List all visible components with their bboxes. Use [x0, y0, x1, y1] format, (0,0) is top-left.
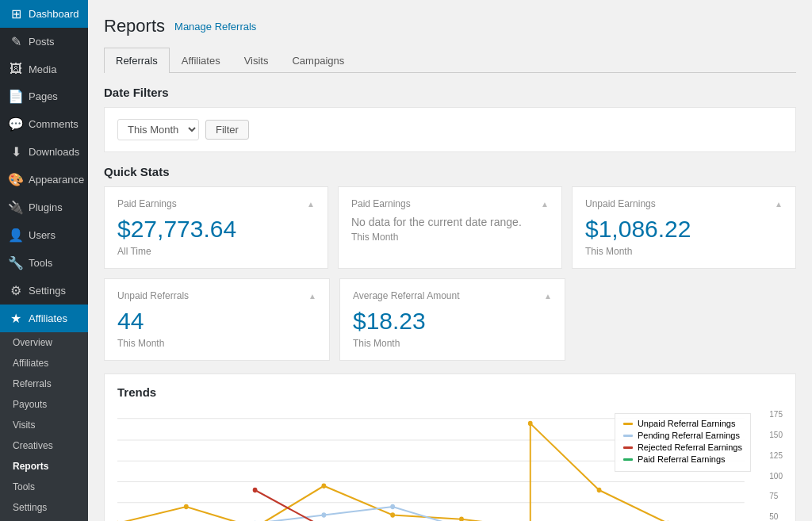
stat-sub: This Month	[353, 338, 552, 349]
plugins-icon: 🔌	[8, 200, 24, 215]
sidebar-item-referrals[interactable]: Referrals	[0, 374, 88, 394]
svg-point-28	[253, 488, 258, 492]
sidebar-item-payouts[interactable]: Payouts	[0, 394, 88, 415]
sidebar-item-settings[interactable]: ⚙ Settings	[0, 277, 88, 305]
date-range-select[interactable]: This Month Last Month This Year All Time…	[117, 119, 199, 140]
stat-card-header: Average Referral Amount ▲	[353, 290, 552, 301]
stat-label: Unpaid Earnings	[585, 198, 656, 209]
sort-arrow-icon: ▲	[541, 200, 549, 209]
y-axis: 175 150 125 100 75 50 25 0	[769, 407, 783, 521]
legend-item-paid: Paid Referral Earnings	[623, 454, 742, 464]
sidebar-item-visits[interactable]: Visits	[0, 415, 88, 435]
filter-button[interactable]: Filter	[205, 120, 249, 140]
page-header: Reports Manage Referrals	[104, 16, 796, 36]
stat-card-header: Unpaid Referrals ▲	[117, 290, 316, 301]
stat-sub: This Month	[351, 232, 549, 243]
y-label: 125	[769, 451, 783, 460]
sidebar-item-tools-sub[interactable]: Tools	[0, 477, 88, 497]
sidebar-label: Dashboard	[29, 8, 79, 20]
stat-sub: This Month	[585, 246, 783, 257]
date-filters-box: This Month Last Month This Year All Time…	[104, 107, 796, 152]
legend-label-rejected: Rejected Referral Earnings	[638, 442, 742, 452]
media-icon: 🖼	[8, 62, 24, 76]
y-label: 50	[769, 512, 783, 521]
page-title: Reports	[104, 16, 165, 36]
svg-point-15	[597, 488, 602, 492]
sidebar-item-pages[interactable]: 📄 Pages	[0, 82, 88, 110]
sidebar-item-creatives[interactable]: Creatives	[0, 435, 88, 456]
y-label: 75	[769, 492, 783, 500]
sidebar-item-affiliates[interactable]: ★ Affiliates	[0, 305, 88, 332]
sort-arrow-icon: ▲	[544, 292, 552, 301]
sidebar-item-tools[interactable]: 🔧 Tools	[0, 249, 88, 277]
sidebar-affiliates-section: ★ Affiliates Overview Affiliates Referra…	[0, 305, 88, 521]
sidebar-item-addons[interactable]: Add-ons	[0, 518, 88, 521]
legend-color-rejected	[623, 446, 633, 449]
tab-visits[interactable]: Visits	[232, 48, 281, 73]
stat-value: 44	[117, 308, 316, 335]
svg-point-22	[390, 504, 395, 509]
date-filters-title: Date Filters	[104, 86, 796, 99]
posts-icon: ✎	[8, 34, 24, 49]
sidebar-item-affiliates-sub[interactable]: Affiliates	[0, 353, 88, 374]
appearance-icon: 🎨	[8, 172, 24, 187]
sidebar-item-appearance[interactable]: 🎨 Appearance	[0, 166, 88, 193]
sidebar-item-reports[interactable]: Reports	[0, 456, 88, 477]
stat-label: Average Referral Amount	[353, 290, 460, 301]
legend-item-unpaid: Unpaid Referral Earnings	[623, 419, 742, 428]
affiliates-icon: ★	[8, 311, 24, 326]
stats-bottom-row: Unpaid Referrals ▲ 44 This Month Average…	[104, 278, 565, 361]
svg-point-9	[184, 504, 189, 509]
tab-referrals[interactable]: Referrals	[104, 48, 170, 73]
sidebar-item-dashboard[interactable]: ⊞ Dashboard	[0, 0, 88, 28]
sidebar-item-overview[interactable]: Overview	[0, 332, 88, 353]
stat-value: $1,086.22	[585, 216, 783, 243]
manage-referrals-link[interactable]: Manage Referrals	[174, 21, 256, 33]
trends-section: Trends Unpaid Referral Earnings Pending …	[104, 374, 796, 521]
stat-value: $18.23	[353, 308, 552, 335]
svg-point-12	[390, 512, 395, 517]
sort-arrow-icon: ▲	[307, 200, 315, 209]
comments-icon: 💬	[8, 117, 24, 132]
trends-title: Trends	[117, 385, 783, 399]
sidebar-item-plugins[interactable]: 🔌 Plugins	[0, 193, 88, 221]
chart-wrapper: Unpaid Referral Earnings Pending Referra…	[117, 407, 783, 521]
stat-label: Paid Earnings	[351, 198, 411, 209]
stat-card-header: Unpaid Earnings ▲	[585, 198, 783, 209]
stat-card-paid-alltime: Paid Earnings ▲ $27,773.64 All Time	[104, 186, 328, 269]
stat-label: Unpaid Referrals	[117, 290, 189, 301]
chart-legend: Unpaid Referral Earnings Pending Referra…	[615, 413, 751, 472]
stat-card-header: Paid Earnings ▲	[117, 198, 315, 209]
stat-card-unpaid-referrals: Unpaid Referrals ▲ 44 This Month	[104, 278, 330, 361]
main-content: Reports Manage Referrals Referrals Affil…	[88, 0, 812, 521]
sidebar-item-comments[interactable]: 💬 Comments	[0, 110, 88, 138]
sidebar-item-users[interactable]: 👤 Users	[0, 221, 88, 249]
y-label: 150	[769, 431, 783, 439]
pages-icon: 📄	[8, 89, 24, 104]
sidebar-item-media[interactable]: 🖼 Media	[0, 56, 88, 82]
svg-point-14	[528, 421, 533, 426]
sidebar-item-posts[interactable]: ✎ Posts	[0, 28, 88, 56]
y-label: 175	[769, 410, 783, 419]
affiliates-submenu: Overview Affiliates Referrals Payouts Vi…	[0, 332, 88, 521]
chart-container: Unpaid Referral Earnings Pending Referra…	[117, 407, 783, 521]
sort-arrow-icon: ▲	[308, 292, 316, 301]
users-icon: 👤	[8, 228, 24, 243]
stat-card-paid-thismonth: Paid Earnings ▲ No data for the current …	[338, 186, 562, 269]
sidebar-item-downloads[interactable]: ⬇ Downloads	[0, 138, 88, 166]
tab-bar: Referrals Affiliates Visits Campaigns	[104, 48, 796, 73]
tab-affiliates[interactable]: Affiliates	[170, 48, 232, 73]
stat-card-avg-referral: Average Referral Amount ▲ $18.23 This Mo…	[339, 278, 565, 361]
stat-card-unpaid-earnings: Unpaid Earnings ▲ $1,086.22 This Month	[572, 186, 796, 269]
quick-stats-section: Quick Stats Paid Earnings ▲ $27,773.64 A…	[104, 165, 796, 361]
dashboard-icon: ⊞	[8, 6, 24, 21]
tab-campaigns[interactable]: Campaigns	[280, 48, 356, 73]
legend-label-paid: Paid Referral Earnings	[638, 454, 726, 464]
stat-label: Paid Earnings	[117, 198, 177, 209]
y-label: 100	[769, 472, 783, 481]
svg-point-21	[321, 512, 326, 517]
stat-nodata-text: No data for the current date range.	[351, 216, 549, 228]
sidebar-item-settings-sub[interactable]: Settings	[0, 497, 88, 518]
sidebar: ⊞ Dashboard ✎ Posts 🖼 Media 📄 Pages 💬 Co…	[0, 0, 88, 521]
sort-arrow-icon: ▲	[775, 200, 783, 209]
